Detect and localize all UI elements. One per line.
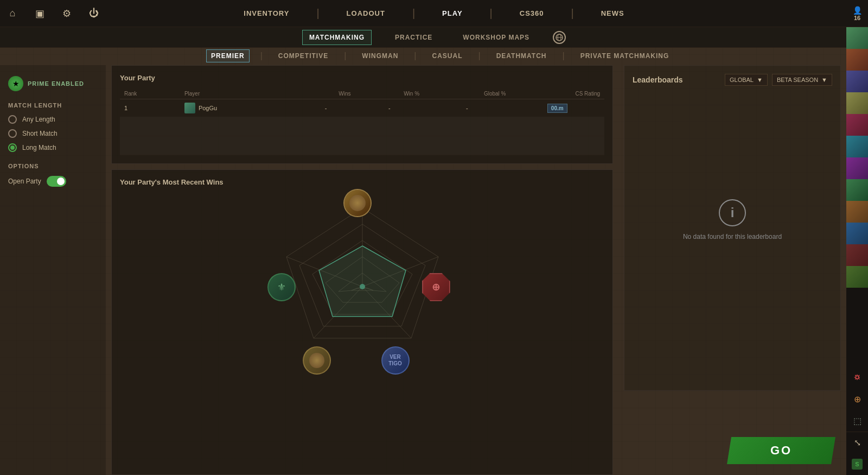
season-dropdown[interactable]: BETA SEASON ▼ (772, 74, 832, 86)
subnav-workshop[interactable]: WORKSHOP MAPS (456, 30, 537, 45)
col-player: Player (180, 88, 297, 99)
user-icon: 👤 (853, 6, 862, 15)
avatar-img-5 (846, 114, 868, 136)
sidebar-expand-icon[interactable]: ⛭ (846, 366, 868, 388)
sidebar-green-badge[interactable]: S (846, 453, 868, 475)
avatar-4[interactable] (846, 92, 868, 114)
tab-sep-4: | (478, 51, 481, 61)
sidebar-photo-icon[interactable]: ⬚ (846, 410, 868, 432)
top-nav: ⌂ ▣ ⚙ ⏻ INVENTORY | LOADOUT | PLAY | CS3… (0, 0, 868, 27)
nav-sep-3: | (490, 7, 493, 20)
no-data-text: No data found for this leaderboard (683, 233, 782, 240)
empty-row-1 (120, 117, 604, 136)
user-count-area: 👤 16 (846, 0, 868, 27)
prime-text: PRIME ENABLED (28, 80, 84, 87)
scope-dropdown[interactable]: GLOBAL ▼ (725, 74, 768, 86)
tab-private[interactable]: PRIVATE MATCHMAKING (576, 49, 674, 62)
radio-long-match (8, 143, 17, 152)
table-row: 1 PogGu - - - 00.m (120, 99, 604, 117)
user-count: 16 (854, 15, 860, 21)
home-icon[interactable]: ⌂ (4, 5, 21, 22)
map-badge-ancient[interactable] (303, 346, 331, 375)
avatar-11[interactable] (846, 244, 868, 266)
nav-cs360[interactable]: CS360 (514, 9, 550, 17)
tab-casual[interactable]: CASUAL (427, 49, 468, 62)
nav-left-icons: ⌂ ▣ ⚙ ⏻ (0, 0, 102, 27)
avatar-img-3 (846, 71, 868, 92)
nav-sep-1: | (316, 7, 319, 20)
open-party-label: Open Party (8, 178, 41, 185)
open-party-toggle[interactable] (47, 176, 66, 187)
player-name-cell: PogGu (180, 99, 297, 117)
leaderboard-panel: Leaderboards GLOBAL ▼ BETA SEASON ▼ i No… (624, 65, 841, 391)
settings-icon[interactable]: ⚙ (59, 5, 75, 22)
avatar-12[interactable] (846, 266, 868, 288)
tab-deathmatch[interactable]: DEATHMATCH (492, 49, 552, 62)
player-globalpct: - (424, 99, 510, 117)
mode-tabs: PREMIER | COMPETITIVE | WINGMAN | CASUAL… (201, 48, 846, 64)
player-name-text: PogGu (199, 105, 217, 111)
empty-row-2 (120, 136, 604, 155)
nav-inventory[interactable]: INVENTORY (238, 9, 295, 17)
sidebar-expand-btn[interactable]: ⤡ (846, 432, 868, 453)
nav-play[interactable]: PLAY (437, 9, 468, 17)
player-wins: - (297, 99, 355, 117)
map-badge-anubis[interactable]: ⚜ (267, 273, 296, 301)
avatar-6[interactable] (846, 136, 868, 157)
avatar-7[interactable] (846, 157, 868, 179)
label-any-length: Any Length (22, 116, 55, 123)
scope-value: GLOBAL (730, 77, 754, 83)
col-rank: Rank (120, 88, 180, 99)
tab-wingman[interactable]: WINGMAN (357, 49, 403, 62)
avatar-3[interactable] (846, 71, 868, 92)
option-short-match[interactable]: Short Match (8, 129, 98, 138)
avatar-9[interactable] (846, 201, 868, 223)
match-length-title: Match Length (8, 102, 98, 109)
avatar-10[interactable] (846, 223, 868, 244)
season-value: BETA SEASON (777, 77, 818, 83)
tab-premier[interactable]: PREMIER (206, 49, 250, 62)
party-panel: Your Party Rank Player Wins Win % Global… (111, 65, 613, 164)
scope-chevron-icon: ▼ (757, 77, 763, 83)
prime-badge: ★ PRIME ENABLED (8, 76, 98, 91)
options-section: Options Open Party (8, 163, 98, 187)
subnav-practice[interactable]: PRACTICE (388, 30, 439, 45)
center-panel: Your Party Rank Player Wins Win % Global… (106, 65, 618, 475)
nav-loadout[interactable]: LOADOUT (341, 9, 391, 17)
option-any-length[interactable]: Any Length (8, 115, 98, 124)
match-length-section: Match Length Any Length Short Match Long… (8, 102, 98, 152)
map-badge-inferno[interactable] (343, 189, 372, 217)
main-content: ★ PRIME ENABLED Match Length Any Length … (0, 65, 846, 475)
tv-icon[interactable]: ▣ (31, 5, 48, 22)
prime-star-icon: ★ (8, 76, 23, 91)
avatar-8[interactable] (846, 179, 868, 201)
player-avatar (184, 103, 195, 113)
sidebar-orange-icon[interactable]: ⊕ (846, 388, 868, 410)
avatar-5[interactable] (846, 114, 868, 136)
nav-sep-4: | (571, 7, 574, 20)
avatar-img-6 (846, 136, 868, 157)
col-wins: Wins (297, 88, 355, 99)
map-badge-vertigo[interactable]: VERTIGO (381, 346, 410, 375)
subnav-matchmaking[interactable]: MATCHMAKING (302, 30, 372, 45)
col-csrating: CS Rating (510, 88, 604, 99)
tab-competitive[interactable]: COMPETITIVE (273, 49, 333, 62)
go-button[interactable]: GO (727, 437, 835, 464)
player-csrating-cell: 00.m (510, 99, 604, 117)
avatar-img-7 (846, 157, 868, 179)
player-name-wrapper: PogGu (184, 103, 292, 113)
globe-icon[interactable] (553, 31, 566, 44)
left-panel: ★ PRIME ENABLED Match Length Any Length … (0, 65, 106, 475)
nav-news[interactable]: NEWS (596, 9, 630, 17)
avatar-img-4 (846, 92, 868, 114)
right-sidebar: 👤 16 ⛭ ⊕ ⬚ ⤡ S (846, 0, 868, 475)
power-icon[interactable]: ⏻ (86, 5, 102, 22)
nav-links: INVENTORY | LOADOUT | PLAY | CS360 | NEW… (238, 7, 629, 20)
avatar-img-11 (846, 244, 868, 266)
avatar-img-12 (846, 266, 868, 288)
avatar-1[interactable] (846, 27, 868, 49)
option-long-match[interactable]: Long Match (8, 143, 98, 152)
open-party-row: Open Party (8, 176, 98, 187)
avatar-2[interactable] (846, 49, 868, 71)
party-title: Your Party (120, 74, 604, 82)
